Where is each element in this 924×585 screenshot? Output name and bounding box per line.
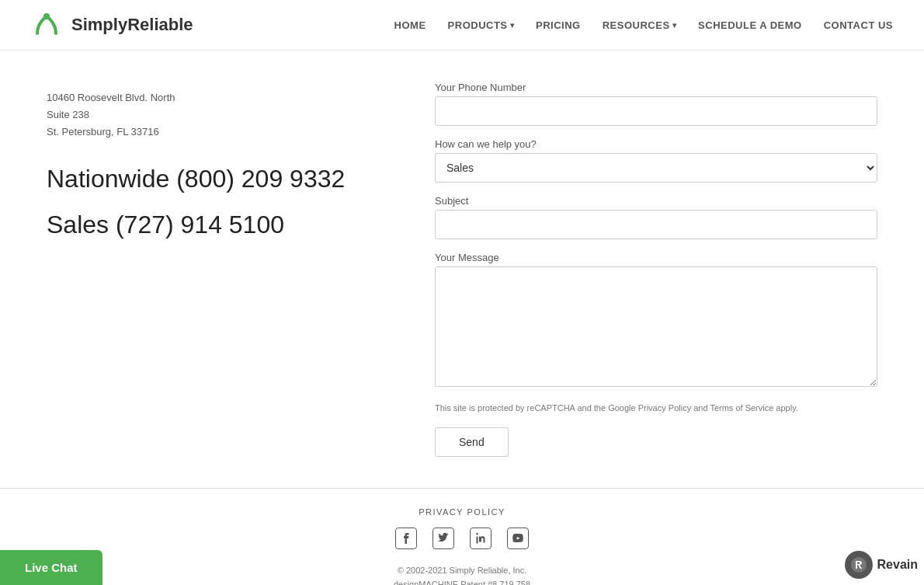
sales-phone: Sales (727) 914 5100: [47, 210, 373, 239]
message-group: Your Message: [435, 252, 877, 389]
linkedin-icon[interactable]: [470, 528, 492, 549]
recaptcha-notice: This site is protected by reCAPTCHA and …: [435, 402, 877, 415]
address-line3: St. Petersburg, FL 33716: [47, 124, 373, 141]
live-chat-button[interactable]: Live Chat: [0, 550, 102, 585]
facebook-icon[interactable]: [395, 528, 417, 549]
message-label: Your Message: [435, 252, 877, 263]
subject-group: Subject: [435, 195, 877, 239]
copyright-line2: designMACHINE Patent #8,719,758: [31, 577, 893, 585]
nav-contact-us[interactable]: CONTACT US: [824, 19, 893, 31]
nav-schedule-demo[interactable]: SCHEDULE A DEMO: [698, 19, 802, 31]
copyright-block: © 2002-2021 Simply Reliable, Inc. design…: [31, 563, 893, 586]
copyright-line1: © 2002-2021 Simply Reliable, Inc.: [31, 563, 893, 578]
help-select[interactable]: Sales Support Billing Other: [435, 153, 877, 183]
privacy-policy-link[interactable]: PRIVACY POLICY: [31, 507, 893, 517]
subject-input[interactable]: [435, 210, 877, 239]
logo[interactable]: SimplyReliable: [31, 9, 193, 41]
chevron-down-icon: ▾: [510, 21, 515, 30]
revain-badge[interactable]: Revain: [845, 551, 918, 579]
phone-label: Your Phone Number: [435, 82, 877, 93]
nationwide-phone: Nationwide (800) 209 9332: [47, 164, 373, 193]
logo-icon: [31, 9, 64, 41]
contact-form: Your Phone Number How can we help you? S…: [435, 82, 877, 457]
address-line2: Suite 238: [47, 106, 373, 124]
chevron-down-icon: ▾: [672, 21, 677, 30]
subject-label: Subject: [435, 195, 877, 207]
address-line1: 10460 Roosevelt Blvd. North: [47, 89, 373, 106]
address-block: 10460 Roosevelt Blvd. North Suite 238 St…: [47, 89, 373, 141]
contact-info: 10460 Roosevelt Blvd. North Suite 238 St…: [47, 82, 373, 457]
twitter-icon[interactable]: [432, 528, 454, 549]
nav-resources[interactable]: RESOURCES ▾: [603, 19, 676, 31]
nav-pricing[interactable]: PRICING: [536, 19, 581, 31]
svg-rect-3: [857, 562, 860, 565]
svg-point-1: [43, 13, 50, 19]
send-button[interactable]: Send: [435, 427, 509, 457]
nav-products[interactable]: PRODUCTS ▾: [448, 19, 514, 31]
main-content: 10460 Roosevelt Blvd. North Suite 238 St…: [0, 50, 924, 488]
youtube-icon[interactable]: [507, 528, 529, 549]
help-group: How can we help you? Sales Support Billi…: [435, 138, 877, 183]
revain-label: Revain: [877, 558, 918, 572]
social-icons: [31, 528, 893, 549]
message-textarea[interactable]: [435, 266, 877, 387]
phone-input[interactable]: [435, 96, 877, 126]
revain-icon: [845, 551, 873, 579]
main-nav: HOME PRODUCTS ▾ PRICING RESOURCES ▾ SCHE…: [394, 19, 893, 31]
logo-text: SimplyReliable: [71, 15, 193, 35]
nav-home[interactable]: HOME: [394, 19, 426, 31]
header: SimplyReliable HOME PRODUCTS ▾ PRICING R…: [0, 0, 924, 50]
footer: PRIVACY POLICY © 2002-2021 Simply Reliab…: [0, 488, 924, 586]
phone-group: Your Phone Number: [435, 82, 877, 126]
help-label: How can we help you?: [435, 138, 877, 150]
